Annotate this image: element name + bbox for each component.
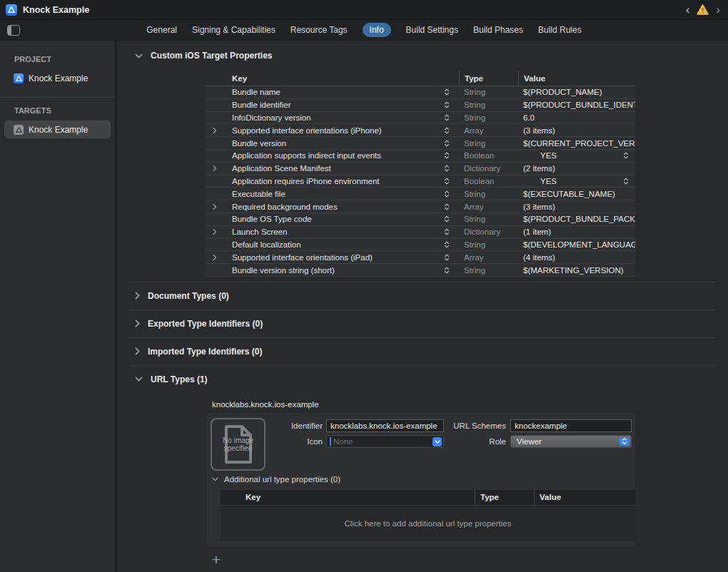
- property-type-cell[interactable]: String: [459, 266, 518, 275]
- section-header[interactable]: Imported Type Identifiers (0): [116, 338, 728, 365]
- toolbar-tab[interactable]: Info: [363, 23, 391, 37]
- property-type-cell[interactable]: String: [459, 190, 518, 198]
- property-value-cell[interactable]: (1 item): [518, 226, 635, 238]
- url-types-header[interactable]: URL Types (1): [116, 366, 728, 393]
- property-key-cell[interactable]: Launch Screen: [205, 226, 459, 238]
- property-value-cell[interactable]: YES: [518, 175, 635, 188]
- property-row[interactable]: Application Scene Manifest Dictionary (2…: [205, 163, 635, 175]
- key-stepper-icon[interactable]: [444, 266, 450, 274]
- property-row[interactable]: Application requires iPhone environment …: [205, 175, 635, 188]
- property-row[interactable]: Launch Screen Dictionary (1 item): [205, 226, 635, 239]
- value-stepper-icon[interactable]: [623, 152, 629, 160]
- property-key-cell[interactable]: Bundle version: [205, 137, 459, 149]
- property-row[interactable]: Bundle name String $(PRODUCT_NAME): [205, 86, 635, 99]
- key-stepper-icon[interactable]: [444, 190, 450, 198]
- key-stepper-icon[interactable]: [444, 215, 450, 223]
- property-key-cell[interactable]: Executable file: [205, 188, 459, 200]
- property-row[interactable]: Default localization String $(DEVELOPMEN…: [205, 239, 635, 252]
- forward-arrow-icon[interactable]: ›: [715, 5, 721, 15]
- sidebar-toggle-icon[interactable]: [7, 25, 20, 36]
- add-url-type-button[interactable]: +: [209, 553, 223, 567]
- value-stepper-icon[interactable]: [623, 177, 629, 185]
- property-type-cell[interactable]: Array: [459, 253, 518, 262]
- chevron-right-icon[interactable]: [135, 292, 140, 300]
- property-key-cell[interactable]: Supported interface orientations (iPhone…: [205, 124, 459, 136]
- additional-props-header[interactable]: Additional url type properties (0): [212, 475, 340, 484]
- property-type-cell[interactable]: String: [459, 139, 518, 148]
- warning-icon[interactable]: [697, 4, 709, 15]
- toolbar-tab[interactable]: Build Rules: [538, 23, 582, 37]
- property-key-cell[interactable]: Application Scene Manifest: [205, 163, 459, 175]
- property-row[interactable]: Bundle identifier String $(PRODUCT_BUNDL…: [205, 99, 635, 112]
- toolbar-tab[interactable]: Build Settings: [406, 23, 458, 37]
- toolbar-tab[interactable]: General: [146, 23, 177, 37]
- property-type-cell[interactable]: String: [459, 113, 518, 122]
- chevron-down-icon[interactable]: [135, 377, 143, 382]
- section-header[interactable]: Document Types (0): [116, 282, 728, 310]
- key-stepper-icon[interactable]: [444, 152, 450, 160]
- property-type-cell[interactable]: String: [459, 101, 518, 109]
- key-stepper-icon[interactable]: [444, 139, 450, 147]
- property-value-cell[interactable]: 6.0: [518, 112, 635, 124]
- property-value-cell[interactable]: YES: [518, 150, 635, 162]
- property-key-cell[interactable]: Bundle OS Type code: [205, 213, 459, 225]
- key-stepper-icon[interactable]: [444, 253, 450, 261]
- property-value-cell[interactable]: (3 items): [518, 124, 635, 136]
- role-popup-button[interactable]: Viewer: [510, 435, 632, 448]
- property-value-cell[interactable]: $(DEVELOPMENT_LANGUAGI: [518, 239, 635, 251]
- property-row[interactable]: Supported interface orientations (iPad) …: [205, 251, 635, 264]
- chevron-right-icon[interactable]: [135, 347, 140, 355]
- property-row[interactable]: Required background modes Array (3 items…: [205, 200, 635, 213]
- property-type-cell[interactable]: Array: [459, 203, 518, 211]
- url-schemes-input[interactable]: [510, 419, 632, 432]
- property-row[interactable]: Bundle version String $(CURRENT_PROJECT_…: [205, 137, 635, 150]
- add-properties-hint[interactable]: Click here to add additional url type pr…: [345, 519, 512, 528]
- property-row[interactable]: Application supports indirect input even…: [205, 150, 635, 163]
- key-stepper-icon[interactable]: [444, 203, 450, 210]
- property-value-cell[interactable]: $(PRODUCT_NAME): [518, 86, 635, 98]
- property-value-cell[interactable]: $(CURRENT_PROJECT_VERS: [518, 137, 635, 149]
- toolbar-tab[interactable]: Resource Tags: [290, 23, 348, 37]
- disclosure-chevron-icon[interactable]: [213, 203, 217, 210]
- property-type-cell[interactable]: Dictionary: [459, 228, 518, 236]
- property-type-cell[interactable]: Boolean: [459, 151, 518, 160]
- property-row[interactable]: Supported interface orientations (iPhone…: [205, 124, 635, 137]
- section-header[interactable]: Exported Type Identifiers (0): [116, 310, 728, 337]
- property-key-cell[interactable]: Application supports indirect input even…: [205, 150, 459, 162]
- chevron-right-icon[interactable]: [135, 320, 140, 327]
- property-key-cell[interactable]: Bundle version string (short): [205, 264, 459, 276]
- property-row[interactable]: InfoDictionary version String 6.0: [205, 112, 635, 125]
- property-value-cell[interactable]: (4 items): [518, 251, 635, 263]
- sidebar-item-target[interactable]: Knock Example: [4, 121, 111, 138]
- property-value-cell[interactable]: (2 items): [518, 163, 635, 175]
- property-key-cell[interactable]: Bundle identifier: [205, 99, 459, 111]
- custom-props-header[interactable]: Custom iOS Target Properties: [135, 51, 728, 61]
- property-type-cell[interactable]: Array: [459, 126, 518, 135]
- property-key-cell[interactable]: InfoDictionary version: [205, 112, 459, 124]
- disclosure-chevron-icon[interactable]: [213, 165, 217, 172]
- property-value-cell[interactable]: $(PRODUCT_BUNDLE_IDENT: [518, 99, 635, 111]
- disclosure-chevron-icon[interactable]: [213, 254, 217, 260]
- toolbar-tab[interactable]: Signing & Capabilities: [192, 23, 275, 37]
- property-type-cell[interactable]: Boolean: [459, 177, 518, 185]
- property-key-cell[interactable]: Required background modes: [205, 200, 459, 213]
- property-value-cell[interactable]: (3 items): [518, 200, 635, 213]
- back-arrow-icon[interactable]: ‹: [685, 5, 691, 15]
- sidebar-item-project[interactable]: Knock Example: [4, 69, 111, 87]
- popup-updown-icon[interactable]: [620, 437, 630, 446]
- property-value-cell[interactable]: $(PRODUCT_BUNDLE_PACKA: [518, 213, 635, 225]
- key-stepper-icon[interactable]: [444, 113, 450, 121]
- key-stepper-icon[interactable]: [444, 165, 450, 173]
- key-stepper-icon[interactable]: [444, 88, 450, 96]
- chevron-down-icon[interactable]: [135, 53, 143, 58]
- additional-table-empty-area[interactable]: Click here to add additional url type pr…: [221, 506, 635, 541]
- disclosure-chevron-icon[interactable]: [213, 127, 217, 133]
- property-type-cell[interactable]: String: [459, 88, 518, 96]
- property-type-cell[interactable]: Dictionary: [459, 164, 518, 173]
- property-type-cell[interactable]: String: [459, 215, 518, 223]
- key-stepper-icon[interactable]: [444, 101, 450, 109]
- disclosure-chevron-icon[interactable]: [213, 229, 217, 235]
- toolbar-tab[interactable]: Build Phases: [473, 23, 523, 37]
- property-key-cell[interactable]: Bundle name: [205, 86, 459, 98]
- key-stepper-icon[interactable]: [444, 228, 450, 236]
